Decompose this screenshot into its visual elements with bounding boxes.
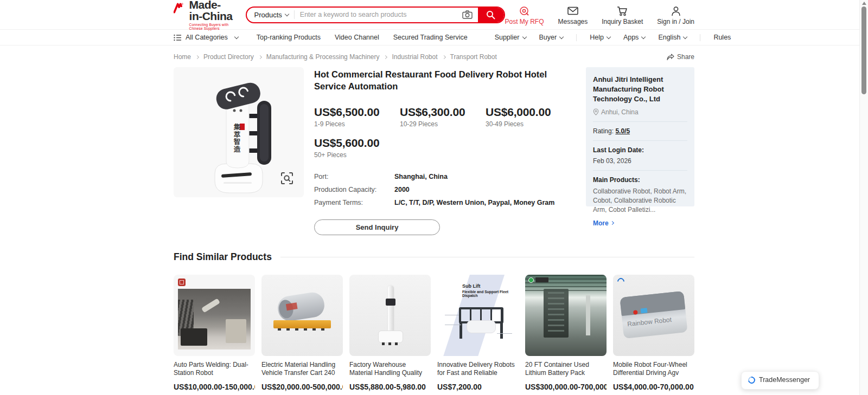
price-tier: US$5,600.00 50+ Pieces (314, 137, 400, 159)
share-icon (667, 54, 674, 61)
similar-product-price: US$4,000.00-70,000.00 (613, 383, 694, 391)
welding-factory-photo (178, 289, 251, 349)
product-main-image[interactable]: 集萃智造 (174, 67, 304, 197)
breadcrumb-home[interactable]: Home (174, 53, 191, 61)
rfq-target-icon (519, 5, 529, 16)
nav-help-menu[interactable]: Help (590, 34, 610, 41)
nav-top-ranking-products[interactable]: Top-ranking Products (257, 34, 321, 41)
scroll-up-arrow-icon[interactable] (862, 2, 866, 5)
chevron-right-icon (195, 55, 199, 59)
divider (280, 257, 694, 257)
user-icon (671, 5, 681, 16)
post-my-rfq-button[interactable]: Post My RFQ (505, 4, 544, 25)
divider (593, 140, 687, 141)
sub-lift-title-text: Sub Lift (462, 283, 481, 289)
similar-products-section: Find Similar Products Auto Parts Welding… (174, 251, 694, 395)
detail-row-production-capacity: Production Capacity: 2000 (314, 186, 576, 193)
similar-product-card[interactable]: Auto Parts Welding: Dual-Station Robot U… (174, 275, 255, 395)
similar-product-title[interactable]: Electric Material Handling Vehicle Trans… (261, 361, 343, 378)
similar-product-title[interactable]: Auto Parts Welding: Dual-Station Robot (174, 361, 255, 378)
messages-button[interactable]: Messages (558, 4, 588, 25)
image-search-camera-icon[interactable] (462, 10, 473, 19)
supplier-name[interactable]: Anhui Jitri Intelligent Manufacturing Ro… (593, 75, 687, 105)
share-button[interactable]: Share (667, 53, 694, 61)
page-scrollbar[interactable] (859, 0, 868, 395)
category-list-icon (174, 34, 182, 41)
trade-messenger-widget[interactable]: TradeMessenger (741, 371, 819, 390)
nav-video-channel[interactable]: Video Channel (335, 34, 379, 41)
similar-product-image[interactable] (174, 275, 255, 356)
price-tier: US$6,500.00 1-9 Pieces (314, 106, 400, 128)
scrollbar-thumb[interactable] (861, 7, 866, 94)
agv-robot-graphic (467, 320, 496, 333)
breadcrumb-product-directory[interactable]: Product Directory (203, 53, 254, 61)
similar-product-price: US$5,880.00-5,980.00 (349, 383, 431, 391)
supplier-card: Anhui Jitri Intelligent Manufacturing Ro… (586, 67, 694, 206)
header: Made-in-China Connecting Buyers with Chi… (0, 0, 868, 30)
search-bar: Products (246, 7, 505, 23)
robot-brand-text: 集萃智造 (233, 124, 245, 153)
similar-product-price: US$7,200.00 (437, 383, 519, 391)
nav-rules[interactable]: Rules (713, 34, 731, 41)
similar-product-price: US$10,000.00-150,000.00 (174, 383, 255, 391)
main-products-label: Main Products: (593, 176, 687, 184)
nav-apps-menu[interactable]: Apps (623, 34, 646, 41)
agv-body-graphic (620, 291, 687, 339)
breadcrumb-industrial-robot[interactable]: Industrial Robot (392, 53, 437, 61)
image-zoom-icon[interactable] (280, 171, 294, 187)
price-tiers: US$6,500.00 1-9 Pieces US$6,300.00 10-29… (314, 106, 576, 159)
similar-product-title[interactable]: Mobile Robot Four-Wheel Differential Dri… (613, 361, 694, 378)
cylinder-load-graphic (276, 290, 326, 322)
made-in-china-logo[interactable]: Made-in-China Connecting Buyers with Chi… (174, 0, 234, 30)
search-button[interactable] (478, 8, 504, 22)
similar-product-image[interactable] (349, 275, 431, 356)
similar-product-card[interactable]: Electric Material Handling Vehicle Trans… (261, 275, 343, 395)
rating-value-link[interactable]: 5.0/5 (615, 127, 630, 135)
inquiry-basket-button[interactable]: Inquiry Basket (602, 4, 643, 25)
similar-product-card[interactable]: Rainbow Robot Mobile Robot Four-Wheel Di… (613, 275, 694, 395)
supplier-rating: Rating: 5.0/5 (593, 127, 687, 135)
breadcrumb-row: Home Product Directory Manufacturing & P… (174, 51, 694, 63)
all-categories-menu[interactable]: All Categories (174, 34, 238, 41)
header-actions: Post My RFQ Messages Inquiry Basket Sign… (505, 4, 694, 25)
product-section: 集萃智造 Hot Commercial Restaurant Food Deli… (174, 67, 694, 235)
cart-icon (617, 5, 628, 16)
price-tier: US$6,300.00 10-29 Pieces (400, 106, 486, 128)
similar-product-title[interactable]: Innovative Delivery Robots for Fast and … (437, 361, 519, 378)
chevron-right-icon (610, 221, 614, 225)
supplier-more-link[interactable]: More (593, 219, 687, 227)
breadcrumb: Home Product Directory Manufacturing & P… (174, 53, 497, 61)
search-icon (486, 10, 495, 20)
supplier-location: Anhui, China (593, 108, 687, 116)
divider (593, 121, 687, 122)
send-inquiry-button[interactable]: Send Inquiry (314, 219, 440, 235)
similar-products-heading: Find Similar Products (174, 251, 272, 263)
similar-product-image[interactable] (525, 275, 607, 356)
similar-product-card[interactable]: 20 FT Container Used Lithium Battery Pac… (525, 275, 607, 395)
similar-product-image[interactable]: Rainbow Robot (613, 275, 694, 356)
transfer-cart-graphic (273, 320, 331, 328)
divider (593, 170, 687, 171)
nav-supplier-menu[interactable]: Supplier (495, 34, 526, 41)
similar-products-row-1: Auto Parts Welding: Dual-Station Robot U… (174, 275, 694, 395)
nav-buyer-menu[interactable]: Buyer (539, 34, 564, 41)
similar-product-image[interactable] (261, 275, 343, 356)
similar-product-image[interactable]: Sub Lift Flexible and Support Fleet Disp… (437, 275, 519, 356)
robot-base-graphic (378, 331, 403, 343)
nav-language-menu[interactable]: English (658, 34, 687, 41)
sign-in-join-button[interactable]: Sign in / Join (657, 4, 694, 25)
chevron-down-icon (641, 34, 646, 38)
search-category-label: Products (254, 11, 282, 19)
logo-tagline: Connecting Buyers with Chinese Suppliers (189, 23, 234, 30)
search-category-dropdown[interactable]: Products (247, 11, 294, 19)
similar-product-card[interactable]: Sub Lift Flexible and Support Fleet Disp… (437, 275, 519, 395)
product-details: Port: Shanghai, China Production Capacit… (314, 173, 576, 206)
search-input[interactable] (295, 11, 462, 18)
similar-product-title[interactable]: Factory Warehouse Material Handling Qual… (349, 361, 431, 378)
breadcrumb-machinery[interactable]: Manufacturing & Processing Machinery (266, 53, 380, 61)
breadcrumb-transport-robot[interactable]: Transport Robot (450, 53, 497, 61)
similar-product-title[interactable]: 20 FT Container Used Lithium Battery Pac… (525, 361, 607, 378)
main-nav: All Categories Top-ranking Products Vide… (0, 30, 868, 46)
nav-secured-trading-service[interactable]: Secured Trading Service (393, 34, 468, 41)
similar-product-card[interactable]: Factory Warehouse Material Handling Qual… (349, 275, 431, 395)
